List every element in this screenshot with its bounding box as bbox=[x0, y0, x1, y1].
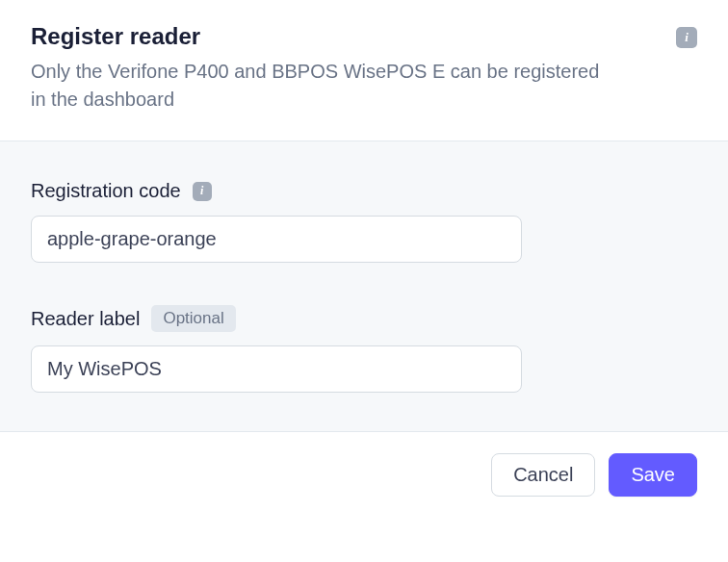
registration-code-input[interactable] bbox=[31, 216, 522, 263]
info-icon[interactable]: i bbox=[676, 27, 697, 48]
dialog-header: Register reader Only the Verifone P400 a… bbox=[0, 0, 728, 141]
dialog-subtitle: Only the Verifone P400 and BBPOS WisePOS… bbox=[31, 58, 609, 114]
save-button[interactable]: Save bbox=[609, 453, 697, 497]
info-icon[interactable]: i bbox=[193, 182, 212, 201]
dialog-title: Register reader bbox=[31, 23, 676, 50]
registration-code-label: Registration code bbox=[31, 180, 181, 202]
header-text: Register reader Only the Verifone P400 a… bbox=[31, 23, 676, 114]
label-row: Reader label Optional bbox=[31, 305, 697, 332]
cancel-button[interactable]: Cancel bbox=[491, 453, 595, 497]
dialog-footer: Cancel Save bbox=[0, 431, 728, 518]
form-body: Registration code i Reader label Optiona… bbox=[0, 141, 728, 431]
optional-badge: Optional bbox=[151, 305, 235, 332]
field-reader-label: Reader label Optional bbox=[31, 305, 697, 393]
reader-label-input[interactable] bbox=[31, 345, 522, 393]
field-registration-code: Registration code i bbox=[31, 180, 697, 263]
label-row: Registration code i bbox=[31, 180, 697, 202]
reader-label-label: Reader label bbox=[31, 308, 140, 330]
